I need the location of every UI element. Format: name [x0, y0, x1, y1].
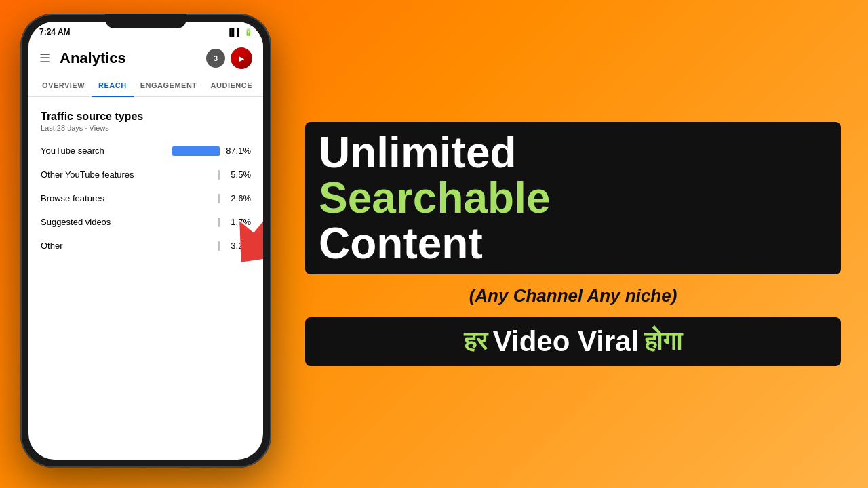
traffic-row-other: Other 3.2% [41, 241, 251, 251]
headline-line1: Unlimited [319, 130, 827, 176]
traffic-row-browse: Browse features 2.6% [41, 193, 251, 203]
hindi-prefix: हर [464, 327, 488, 357]
traffic-label-other: Other [41, 241, 218, 251]
subline-text: (Any Channel Any niche) [305, 285, 841, 306]
traffic-row-suggested: Suggested videos 1.7% [41, 217, 251, 227]
notification-badge[interactable]: 3 [206, 49, 225, 68]
section-title: Traffic source types [41, 110, 251, 123]
phone-screen: 7:24 AM ▐▌▌ 🔋 ☰ Analytics 3 ▶ [28, 22, 263, 460]
section-subtitle: Last 28 days · Views [41, 124, 251, 132]
traffic-label-youtube-search: YouTube search [41, 146, 172, 156]
user-avatar[interactable]: ▶ [231, 47, 252, 69]
traffic-pct-youtube-search: 87.1% [225, 146, 251, 156]
signal-icon: ▐▌▌ [227, 28, 241, 36]
traffic-pct-browse: 2.6% [225, 193, 251, 203]
phone-notch [105, 14, 186, 28]
hindi-emphasis: Video Viral [493, 325, 639, 358]
tab-reach[interactable]: REACH [92, 75, 134, 96]
bar-blue [172, 146, 220, 156]
status-time: 7:24 AM [39, 27, 71, 37]
traffic-label-browse: Browse features [41, 193, 218, 203]
tab-overview[interactable]: OVERVIEW [35, 75, 92, 96]
headline-line3: Content [319, 221, 827, 266]
tabs-bar: OVERVIEW REACH ENGAGEMENT AUDIENCE [28, 75, 263, 97]
phone-mockup: 7:24 AM ▐▌▌ 🔋 ☰ Analytics 3 ▶ [20, 14, 278, 474]
traffic-row-youtube-search: YouTube search 87.1% [41, 146, 251, 156]
tab-audience[interactable]: AUDIENCE [204, 75, 259, 96]
traffic-label-other-yt: Other YouTube features [41, 169, 218, 180]
main-container: 7:24 AM ▐▌▌ 🔋 ☰ Analytics 3 ▶ [0, 0, 868, 488]
bar-tiny-browse [218, 194, 220, 203]
traffic-pct-other-yt: 5.5% [225, 169, 251, 180]
bar-tiny-suggested [218, 218, 220, 227]
tab-engagement[interactable]: ENGAGEMENT [134, 75, 204, 96]
hindi-suffix: होगा [644, 327, 682, 357]
right-panel: Unlimited Searchable Content (Any Channe… [278, 14, 841, 474]
battery-icon: 🔋 [244, 28, 252, 36]
app-bar: ☰ Analytics 3 ▶ [28, 39, 263, 75]
hamburger-icon[interactable]: ☰ [39, 52, 50, 64]
traffic-bar-browse: 2.6% [218, 193, 251, 203]
headline-box: Unlimited Searchable Content [305, 122, 841, 275]
traffic-label-suggested: Suggested videos [41, 217, 218, 227]
bar-tiny-other [218, 241, 220, 251]
headline-line2: Searchable [319, 176, 827, 221]
bar-tiny-other-yt [218, 170, 220, 180]
traffic-row-other-yt: Other YouTube features 5.5% [41, 169, 251, 180]
app-title: Analytics [60, 49, 206, 67]
status-icons: ▐▌▌ 🔋 [227, 28, 252, 36]
hindi-box: हर Video Viral होगा [305, 317, 841, 366]
phone-frame: 7:24 AM ▐▌▌ 🔋 ☰ Analytics 3 ▶ [20, 14, 271, 468]
traffic-bar-other-yt: 5.5% [218, 169, 251, 180]
traffic-bar-youtube-search: 87.1% [172, 146, 251, 156]
avatar-icon: ▶ [239, 55, 244, 62]
